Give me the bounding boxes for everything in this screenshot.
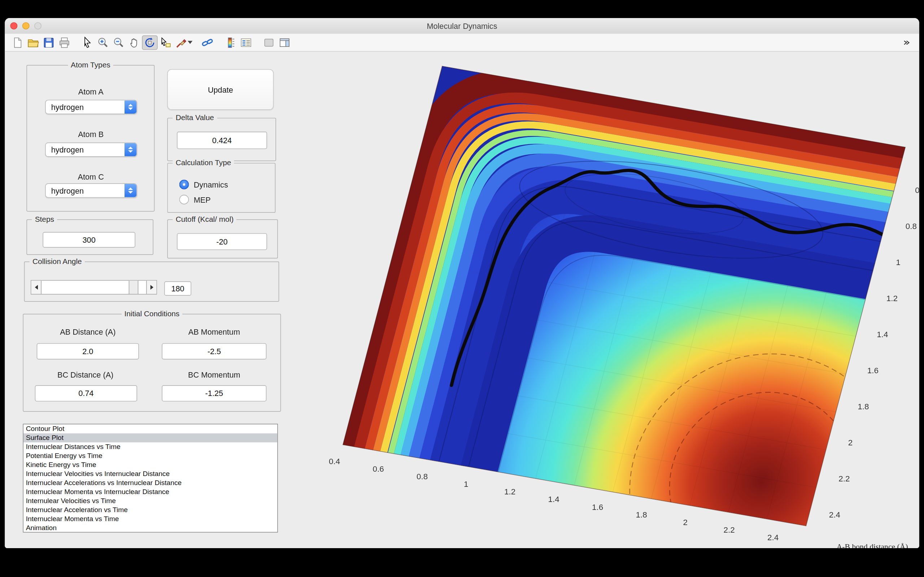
- bc-distance-label: BC Distance (A): [57, 371, 113, 379]
- list-item[interactable]: Internuclear Velocities vs Internuclear …: [23, 469, 277, 479]
- list-item[interactable]: Contour Plot: [23, 424, 277, 434]
- y-axis-ticks: 0.40.60.811.21.41.61.822.22.4: [829, 150, 919, 519]
- insert-colorbar-icon[interactable]: [223, 35, 238, 50]
- titlebar[interactable]: Molecular Dynamics: [5, 18, 919, 34]
- cutoff-field[interactable]: -20: [177, 233, 267, 250]
- atom-c-value: hydrogen: [46, 186, 124, 195]
- steps-group: Steps 300: [26, 219, 153, 255]
- slider-decrement-icon[interactable]: [31, 280, 42, 294]
- mep-radio[interactable]: [179, 195, 189, 205]
- atom-b-dropdown[interactable]: hydrogen: [45, 142, 137, 157]
- collision-angle-field[interactable]: 180: [164, 281, 191, 296]
- figure-toolbar: [5, 34, 919, 52]
- atom-types-legend: Atom Types: [68, 61, 113, 69]
- trajectory-line: [452, 150, 888, 451]
- y-tick-label: 1.8: [858, 402, 869, 411]
- y-tick-label: 1: [896, 258, 901, 267]
- edit-cursor-icon[interactable]: [79, 35, 95, 50]
- atom-c-label: Atom C: [78, 172, 104, 181]
- wall-bands: [344, 68, 905, 526]
- popup-stepper-icon: [124, 143, 136, 156]
- dynamics-radio[interactable]: [179, 180, 189, 189]
- slider-increment-icon[interactable]: [146, 280, 156, 294]
- calculation-type-legend: Calculation Type: [173, 159, 234, 167]
- list-item[interactable]: Potential Energy vs Time: [23, 451, 277, 461]
- list-item[interactable]: Internuclear Acceleration vs Time: [23, 506, 277, 515]
- atom-c-dropdown[interactable]: hydrogen: [45, 183, 137, 198]
- ab-distance-label: AB Distance (A): [60, 327, 115, 337]
- atom-a-value: hydrogen: [46, 102, 124, 111]
- x-tick-label: 2.2: [724, 525, 735, 534]
- rotate-3d-icon[interactable]: [142, 35, 157, 50]
- atom-types-group: Atom Types Atom A hydrogen Atom B hydrog…: [26, 65, 155, 212]
- brush-data-icon[interactable]: [173, 35, 189, 50]
- list-item[interactable]: Kinetic Energy vs Time: [23, 461, 277, 469]
- bc-momentum-field[interactable]: -1.25: [162, 385, 267, 401]
- x-tick-label: 1.8: [636, 510, 647, 519]
- calculation-type-group: Calculation Type Dynamics MEP: [167, 163, 275, 213]
- collision-angle-group: Collision Angle 180: [24, 261, 279, 302]
- mep-radio-row[interactable]: MEP: [179, 195, 211, 205]
- figure-content: 0.40.60.811.21.41.61.822.22.4 0.40.60.81…: [5, 52, 919, 548]
- y-tick-label: 1.6: [867, 366, 879, 375]
- delta-value-field[interactable]: 0.424: [177, 132, 267, 149]
- update-button[interactable]: Update: [167, 69, 274, 110]
- list-item[interactable]: Internuclear Momenta vs Time: [23, 515, 277, 524]
- show-plot-tools-icon[interactable]: [277, 35, 292, 50]
- ab-momentum-field[interactable]: -2.5: [162, 343, 267, 359]
- x-tick-label: 2.4: [767, 533, 779, 542]
- zoom-out-icon[interactable]: [111, 35, 126, 50]
- delta-value-group: Delta Value 0.424: [167, 118, 276, 161]
- dynamics-radio-label: Dynamics: [194, 180, 228, 189]
- list-item[interactable]: Animation: [23, 524, 277, 533]
- link-plot-icon[interactable]: [200, 35, 215, 50]
- plot-type-listbox[interactable]: Contour PlotSurface PlotInternuclear Dis…: [23, 424, 278, 533]
- data-cursor-icon[interactable]: [158, 35, 173, 50]
- open-file-icon[interactable]: [25, 35, 41, 50]
- y-tick-label: 0.6: [915, 186, 919, 195]
- popup-stepper-icon: [124, 100, 136, 114]
- atom-b-label: Atom B: [78, 130, 103, 139]
- insert-legend-icon[interactable]: [238, 35, 254, 50]
- x-axis-ticks: 0.40.60.811.21.41.61.822.22.4: [329, 457, 779, 542]
- bc-momentum-label: BC Momentum: [188, 371, 241, 379]
- collision-angle-slider[interactable]: [31, 280, 157, 295]
- zoom-in-icon[interactable]: [95, 35, 110, 50]
- y-tick-label: 0.8: [906, 222, 917, 231]
- list-item[interactable]: Surface Plot: [23, 434, 277, 443]
- print-figure-icon[interactable]: [57, 35, 72, 50]
- list-item[interactable]: Internuclear Accelerations vs Internucle…: [23, 479, 277, 488]
- steps-legend: Steps: [32, 215, 57, 224]
- slider-thumb[interactable]: [129, 280, 139, 294]
- plateau-contours: [601, 334, 919, 548]
- x-axis-label: A-B bond distance (Å): [837, 542, 908, 548]
- y-tick-label: 1.2: [887, 294, 898, 303]
- atom-a-dropdown[interactable]: hydrogen: [45, 100, 137, 114]
- x-tick-label: 0.8: [417, 472, 428, 481]
- ab-momentum-label: AB Momentum: [188, 327, 240, 337]
- dynamics-radio-row[interactable]: Dynamics: [179, 180, 228, 189]
- list-item[interactable]: Internulear Velocities vs Time: [23, 496, 277, 506]
- y-tick-label: 2.2: [838, 474, 850, 483]
- bc-distance-field[interactable]: 0.74: [35, 385, 137, 401]
- list-item[interactable]: Internuclear Distances vs Time: [23, 443, 277, 451]
- hide-plot-tools-icon[interactable]: [261, 35, 276, 50]
- steps-field[interactable]: 300: [43, 232, 135, 247]
- surface-border: [343, 66, 905, 526]
- ab-distance-field[interactable]: 2.0: [37, 343, 139, 359]
- toolbar-overflow-icon[interactable]: [899, 35, 914, 50]
- brush-dropdown-caret-icon[interactable]: [188, 41, 192, 44]
- surface-group: [320, 66, 919, 548]
- popup-stepper-icon: [124, 184, 136, 197]
- surface-base: [343, 66, 905, 526]
- x-tick-label: 1.2: [504, 487, 515, 496]
- pan-hand-icon[interactable]: [126, 35, 142, 50]
- cutoff-group: Cutoff (Kcal/ mol) -20: [167, 219, 278, 258]
- collision-angle-legend: Collision Angle: [30, 257, 85, 266]
- delta-value-legend: Delta Value: [173, 114, 217, 122]
- x-tick-label: 1.6: [592, 503, 603, 512]
- save-figure-icon[interactable]: [41, 35, 56, 50]
- atom-b-value: hydrogen: [46, 145, 124, 154]
- list-item[interactable]: Internuclear Momenta vs Internuclear Dis…: [23, 488, 277, 496]
- new-figure-icon[interactable]: [10, 35, 25, 50]
